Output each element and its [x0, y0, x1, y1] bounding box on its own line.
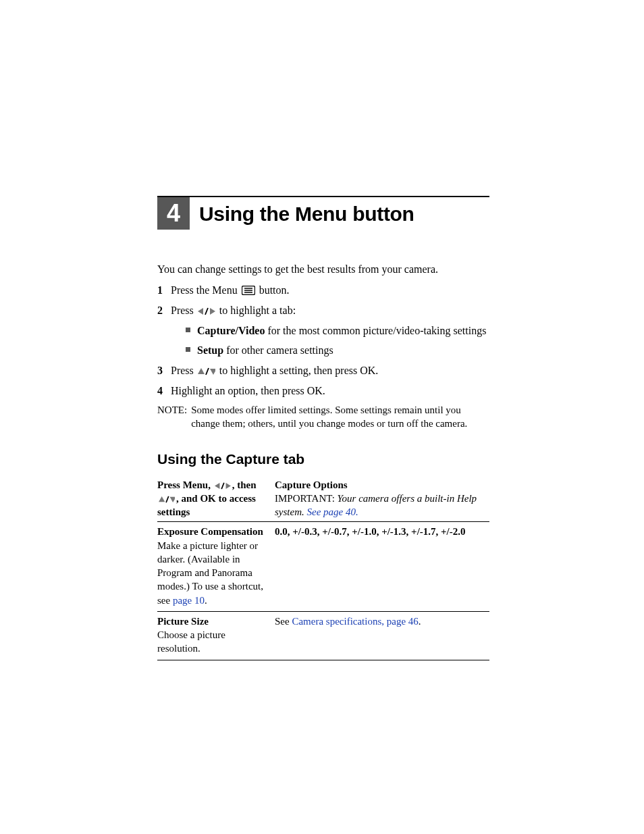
note-text: Some modes offer limited settings. Some … — [191, 403, 489, 431]
cell-left: Exposure Compensation Make a picture lig… — [157, 522, 275, 612]
row-exposure-compensation: Exposure Compensation Make a picture lig… — [157, 522, 489, 612]
bullet-icon — [186, 328, 190, 332]
settings-table: Press Menu, , then , and OK to access se… — [157, 477, 489, 660]
table-header-row: Press Menu, , then , and OK to access se… — [157, 477, 489, 522]
setting-desc: Make a picture lighter or darker. (Avail… — [157, 540, 263, 606]
bullet-capture-video: Capture/Video for the most common pictur… — [171, 323, 489, 339]
step-text: Press to highlight a tab: Capture/Video … — [171, 303, 489, 359]
svg-marker-9 — [210, 369, 215, 375]
up-down-arrows-icon — [198, 367, 215, 375]
setting-title: Picture Size — [157, 616, 209, 627]
row-picture-size: Picture Size Choose a picture resolution… — [157, 611, 489, 660]
svg-line-8 — [206, 368, 209, 375]
page-10-link[interactable]: page 10 — [173, 595, 205, 606]
bullet-setup: Setup for other camera settings — [171, 342, 489, 359]
svg-marker-12 — [225, 482, 230, 488]
step-3: 3 Press to highlight a setting, then pre… — [157, 363, 489, 379]
step-2-sublist: Capture/Video for the most common pictur… — [171, 323, 489, 359]
chapter-title: Using the Menu button — [199, 203, 414, 226]
section-heading: Using the Capture tab — [157, 451, 489, 467]
svg-marker-7 — [198, 368, 205, 374]
svg-marker-10 — [215, 482, 219, 488]
see-page-40-link[interactable]: See page 40. — [307, 506, 358, 517]
cell-right: 0.0, +/-0.3, +/-0.7, +/-1.0, +/-1.3, +/-… — [275, 522, 489, 612]
step-number: 4 — [157, 383, 171, 399]
step-1: 1 Press the Menu button. — [157, 282, 489, 298]
left-right-arrows-icon — [198, 307, 215, 315]
svg-marker-15 — [170, 497, 175, 502]
camera-specifications-link[interactable]: Camera specifications, page 46 — [292, 616, 418, 627]
steps-list: 1 Press the Menu button. 2 Press — [157, 282, 489, 399]
cell-right: See Camera specifications, page 46. — [275, 611, 489, 660]
step-text: Highlight an option, then press OK. — [171, 383, 489, 399]
left-right-arrows-icon — [215, 482, 231, 490]
svg-marker-13 — [159, 496, 165, 502]
table-header-left: Press Menu, , then , and OK to access se… — [157, 477, 275, 522]
step-text: Press the Menu button. — [171, 282, 489, 298]
step-number: 2 — [157, 303, 171, 319]
step-number: 1 — [157, 282, 171, 298]
svg-marker-6 — [210, 308, 215, 315]
svg-marker-4 — [198, 308, 203, 315]
chapter-header: 4 Using the Menu button — [157, 196, 489, 230]
svg-line-5 — [205, 308, 208, 315]
table-header-right: Capture Options IMPORTANT: Your camera o… — [275, 477, 489, 522]
svg-line-14 — [166, 496, 169, 502]
cell-left: Picture Size Choose a picture resolution… — [157, 611, 275, 660]
menu-icon — [242, 286, 255, 295]
option-values: 0.0, +/-0.3, +/-0.7, +/-1.0, +/-1.3, +/-… — [275, 526, 466, 537]
intro-text: You can change settings to get the best … — [157, 262, 489, 277]
bullet-icon — [186, 347, 190, 352]
step-text: Press to highlight a setting, then press… — [171, 363, 489, 379]
svg-line-11 — [221, 482, 224, 488]
chapter-number: 4 — [157, 197, 190, 230]
setting-desc: Choose a picture resolution. — [157, 629, 225, 654]
step-number: 3 — [157, 363, 171, 379]
document-page: 4 Using the Menu button You can change s… — [0, 0, 644, 834]
step-4: 4 Highlight an option, then press OK. — [157, 383, 489, 399]
setting-title: Exposure Compensation — [157, 526, 263, 537]
step-2: 2 Press to highlight a tab: Capture/Vide… — [157, 303, 489, 359]
note-label: NOTE: — [157, 403, 187, 431]
up-down-arrows-icon — [159, 496, 175, 503]
note: NOTE: Some modes offer limited settings.… — [157, 403, 489, 431]
